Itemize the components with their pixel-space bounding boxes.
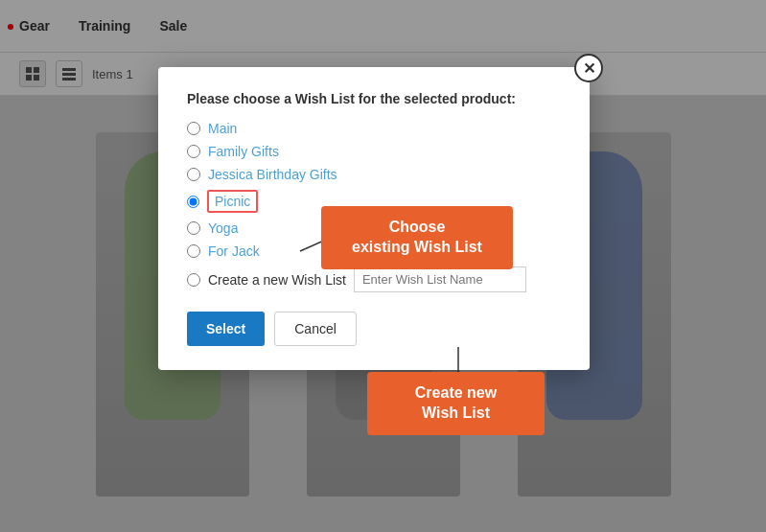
wish-list-option-family-gifts[interactable]: Family Gifts bbox=[187, 144, 561, 159]
cancel-button[interactable]: Cancel bbox=[274, 312, 357, 346]
radio-picnic[interactable] bbox=[187, 196, 199, 208]
wish-list-label-for-jack: For Jack bbox=[208, 243, 260, 259]
callout-choose-existing: Chooseexisting Wish List bbox=[321, 206, 513, 269]
wish-list-label-main: Main bbox=[208, 121, 237, 136]
create-new-wish-list-row: Create a new Wish List bbox=[187, 266, 561, 292]
radio-jessica[interactable] bbox=[187, 168, 200, 181]
radio-main[interactable] bbox=[187, 122, 200, 135]
callout-create-text: Create newWish List bbox=[415, 384, 497, 421]
wish-list-label-picnic: Picnic bbox=[207, 190, 258, 213]
wish-list-label-yoga: Yoga bbox=[208, 220, 238, 236]
select-button[interactable]: Select bbox=[187, 312, 265, 346]
radio-for-jack[interactable] bbox=[187, 244, 200, 258]
radio-yoga[interactable] bbox=[187, 221, 200, 235]
close-icon: ✕ bbox=[583, 59, 595, 78]
picnic-radio-wrapper: Picnic bbox=[187, 190, 258, 213]
modal-actions: Select Cancel bbox=[187, 312, 561, 346]
radio-new[interactable] bbox=[187, 273, 200, 287]
create-wish-list-label: Create a new Wish List bbox=[208, 272, 346, 288]
wish-list-option-jessica[interactable]: Jessica Birthday Gifts bbox=[187, 167, 561, 182]
wish-list-option-main[interactable]: Main bbox=[187, 121, 561, 136]
modal-title: Please choose a Wish List for the select… bbox=[187, 91, 561, 106]
new-wish-list-input[interactable] bbox=[354, 266, 526, 292]
wish-list-label-family-gifts: Family Gifts bbox=[208, 144, 279, 159]
callout-choose-text: Chooseexisting Wish List bbox=[352, 219, 482, 255]
wish-list-label-jessica: Jessica Birthday Gifts bbox=[208, 167, 337, 182]
callout-create-new: Create newWish List bbox=[367, 372, 545, 435]
modal-close-button[interactable]: ✕ bbox=[574, 54, 603, 82]
radio-family-gifts[interactable] bbox=[187, 145, 200, 158]
wish-list-option-new[interactable]: Create a new Wish List bbox=[187, 272, 346, 288]
